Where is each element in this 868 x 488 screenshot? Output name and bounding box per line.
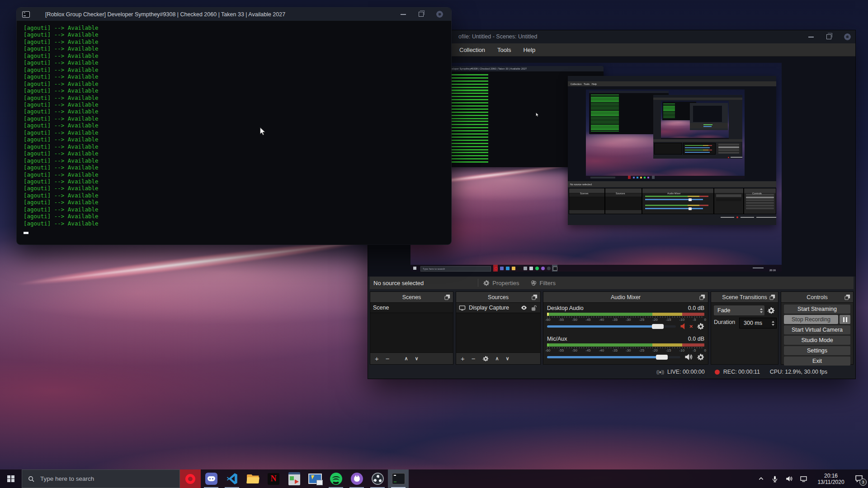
transitions-header: Scene Transitions <box>711 292 778 303</box>
search-input[interactable] <box>39 475 159 483</box>
taskbar-clock[interactable]: 20:16 13/11/2020 <box>814 473 848 485</box>
notification-badge: 3 <box>859 479 867 486</box>
terminal-restore-button[interactable] <box>419 12 424 17</box>
tray-chevron-icon[interactable] <box>758 475 764 482</box>
tick-label: 0 <box>704 318 706 322</box>
source-up-button[interactable]: ∧ <box>495 356 499 361</box>
filters-button[interactable]: Filters <box>530 280 556 286</box>
microphone-icon[interactable] <box>771 475 778 483</box>
obs-minimize-button[interactable] <box>808 37 814 38</box>
live-icon: ((●)) <box>656 369 664 375</box>
discord-icon <box>205 473 217 485</box>
network-icon[interactable] <box>800 475 807 483</box>
obs-close-button[interactable] <box>844 33 851 40</box>
start-virtual-camera-button[interactable]: Start Virtual Camera <box>784 325 850 334</box>
terminal-line: [agouti] --> Available <box>24 206 99 213</box>
menu-tools[interactable]: Tools <box>497 47 511 53</box>
desktop: ofile: Untitled - Scenes: Untitled Colle… <box>0 0 868 488</box>
scene-up-button[interactable]: ∧ <box>405 356 408 361</box>
obs-canvas-display-capture[interactable]: [Roblox Group Checker] Developer Sympthe… <box>410 63 782 272</box>
terminal-line: [agouti] --> Available <box>24 31 99 38</box>
stop-recording-button[interactable]: Stop Recording <box>784 315 838 324</box>
volume-slider[interactable] <box>547 356 680 358</box>
channel-gear-icon[interactable] <box>697 353 704 361</box>
terminal-titlebar[interactable]: [Roblox Group Checker] Developer Sympthe… <box>17 8 451 21</box>
muted-speaker-icon[interactable] <box>679 322 689 331</box>
pause-recording-button[interactable] <box>840 315 850 324</box>
tick-label: -55 <box>559 318 564 322</box>
speaker-icon[interactable] <box>684 352 693 361</box>
exit-button[interactable]: Exit <box>784 357 850 366</box>
properties-button[interactable]: Properties <box>483 280 519 286</box>
obs-window-title: ofile: Untitled - Scenes: Untitled <box>458 33 537 40</box>
terminal-line: [agouti] --> Available <box>24 108 99 115</box>
taskbar-icon-opera[interactable] <box>180 469 201 488</box>
source-properties-gear-icon[interactable] <box>482 356 489 362</box>
controls-panel: Controls Start Streaming Stop Recording … <box>781 291 854 365</box>
action-center-button[interactable]: 3 <box>854 474 864 484</box>
add-source-button[interactable]: + <box>461 355 465 362</box>
menu-scene-collection[interactable]: Collection <box>459 47 485 53</box>
terminal-line: [agouti] --> Available <box>24 66 99 73</box>
transition-select[interactable]: Fade <box>714 305 764 315</box>
popout-icon[interactable] <box>844 294 851 300</box>
taskbar-icon-discord[interactable] <box>201 469 222 488</box>
terminal-line: [agouti] --> Available <box>24 157 99 164</box>
scene-down-button[interactable]: ∨ <box>415 356 419 361</box>
volume-slider[interactable] <box>547 325 676 328</box>
opera-icon <box>185 474 195 484</box>
taskbar-icon-console[interactable] <box>388 469 409 488</box>
mini-obs-menu: Collection Tools Help <box>571 82 597 85</box>
terminal-line: [agouti] --> Available <box>24 136 99 143</box>
sources-panel-header: Sources <box>456 292 540 303</box>
source-down-button[interactable]: ∨ <box>506 356 509 361</box>
terminal-line: [agouti] --> Available <box>24 115 99 122</box>
duration-spinner[interactable] <box>772 321 774 326</box>
taskbar-icon-deploy-tool[interactable] <box>305 469 326 488</box>
menu-help[interactable]: Help <box>523 47 535 53</box>
taskbar-icon-script-host[interactable] <box>284 469 305 488</box>
channel-gear-icon[interactable] <box>697 323 704 330</box>
start-streaming-button[interactable]: Start Streaming <box>784 305 850 314</box>
transition-gear-icon[interactable] <box>767 307 775 314</box>
scene-list-item[interactable]: Scene <box>370 303 453 313</box>
duration-label: Duration <box>714 319 735 325</box>
popout-icon[interactable] <box>444 294 451 300</box>
add-scene-button[interactable]: + <box>375 355 379 362</box>
popout-icon[interactable] <box>531 294 538 300</box>
start-button[interactable] <box>0 469 22 488</box>
popout-icon[interactable] <box>769 294 776 300</box>
unlock-icon[interactable] <box>531 305 538 311</box>
terminal-close-button[interactable] <box>436 11 443 18</box>
settings-button[interactable]: Settings <box>784 346 850 355</box>
studio-mode-button[interactable]: Studio Mode <box>784 336 850 345</box>
taskbar-icon-file-explorer[interactable] <box>242 469 263 488</box>
volume-meter <box>547 343 704 347</box>
taskbar-icon-github-desktop[interactable] <box>346 469 367 488</box>
remove-scene-button[interactable]: − <box>386 355 390 362</box>
system-tray: 20:16 13/11/2020 3 <box>758 469 868 488</box>
channel-name: Desktop Audio <box>547 305 584 311</box>
volume-icon[interactable] <box>785 475 793 483</box>
duration-input[interactable]: 300 ms <box>739 318 777 328</box>
terminal-minimize-button[interactable] <box>401 14 406 15</box>
audio-mixer-panel: Audio Mixer Desktop Audio 0.0 dB -60-55-… <box>543 291 708 365</box>
source-list-item[interactable]: Display Capture <box>456 303 540 313</box>
taskbar-icon-spotify[interactable] <box>326 469 346 488</box>
audio-mixer-header: Audio Mixer <box>543 292 708 303</box>
visibility-eye-icon[interactable] <box>520 304 528 311</box>
controls-header: Controls <box>781 292 853 303</box>
taskbar-icon-netflix[interactable]: N <box>263 469 284 488</box>
popout-icon[interactable] <box>699 294 706 300</box>
taskbar-icon-vscode[interactable] <box>222 469 242 488</box>
channel-level: 0.0 dB <box>688 305 704 311</box>
obs-restore-button[interactable] <box>826 34 831 39</box>
terminal-line: [agouti] --> Available <box>24 143 99 150</box>
taskbar-search[interactable] <box>22 469 180 488</box>
remove-source-button[interactable]: − <box>472 355 476 362</box>
taskbar-icon-obs-studio[interactable] <box>367 469 388 488</box>
tick-label: -15 <box>666 348 671 352</box>
gear-icon <box>483 280 490 286</box>
tick-label: -35 <box>612 348 618 352</box>
tick-label: -20 <box>652 318 658 322</box>
